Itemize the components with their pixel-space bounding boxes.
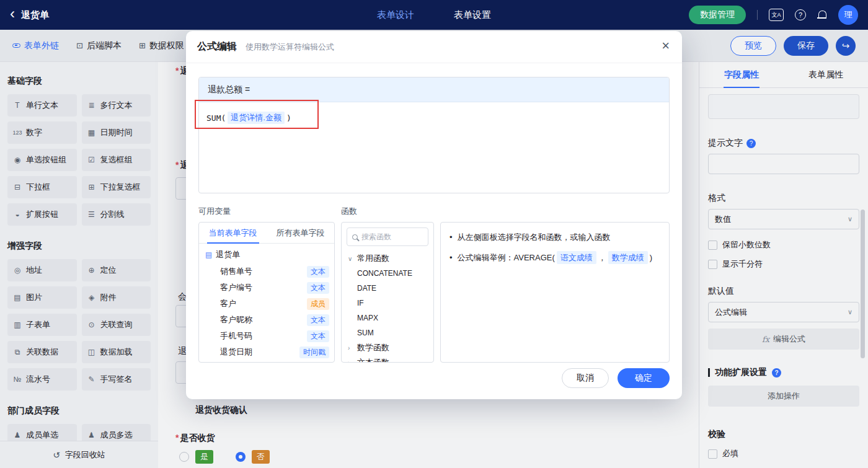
variable-row[interactable]: 销售单号文本 — [199, 263, 334, 280]
chevron-right-icon: › — [348, 360, 354, 363]
type-badge: 文本 — [307, 266, 329, 278]
type-badge: 成员 — [307, 298, 329, 310]
data-manage-button[interactable]: 数据管理 — [689, 6, 746, 24]
function-search-box — [347, 227, 428, 246]
formula-target-text: 退款总额 = — [208, 84, 250, 95]
help-text: 从左侧面板选择字段名和函数，或输入函数 — [458, 231, 611, 244]
root-label: 退货单 — [216, 249, 240, 260]
type-badge: 文本 — [307, 314, 329, 326]
function-item-sum[interactable]: SUM — [342, 325, 433, 340]
function-group-math[interactable]: ›数学函数 — [342, 340, 433, 355]
formula-editor[interactable]: 退款总额 = SUM( 退货详情.金额 ) — [198, 77, 670, 193]
help-line-1: • 从左侧面板选择字段名和函数，或输入函数 — [450, 231, 660, 244]
help-icon[interactable]: ? — [795, 9, 806, 20]
search-input[interactable] — [361, 232, 423, 241]
variable-name: 客户 — [220, 298, 236, 309]
functions-label: 函数 — [341, 206, 434, 217]
function-group-common[interactable]: ∨常用函数 — [342, 251, 433, 266]
functions-panel: ∨常用函数 CONCATENATE DATE IF MAPX SUM ›数学函数… — [341, 222, 434, 363]
modal-title: 公式编辑 — [197, 40, 237, 53]
modal-panels: 当前表单字段 所有表单字段 ▤退货单 销售单号文本 客户编号文本 客户成员 客户… — [198, 222, 670, 363]
variable-row[interactable]: 手机号码文本 — [199, 328, 334, 344]
notification-bell-icon[interactable] — [817, 10, 827, 20]
variable-name: 手机号码 — [220, 330, 252, 342]
variable-row[interactable]: 客户编号文本 — [199, 280, 334, 296]
tab-current-form-fields[interactable]: 当前表单字段 — [199, 223, 267, 243]
tab-all-form-fields[interactable]: 所有表单字段 — [267, 223, 334, 243]
formula-edit-modal: 公式编辑 使用数学运算符编辑公式 × 退款总额 = SUM( 退货详情.金额 )… — [186, 31, 682, 399]
formula-body[interactable]: SUM( 退货详情.金额 ) — [199, 102, 669, 133]
formula-function-text: SUM( — [206, 113, 226, 123]
bullet-icon: • — [450, 231, 453, 244]
modal-header: 公式编辑 使用数学运算符编辑公式 × — [186, 31, 682, 63]
variable-name: 客户编号 — [220, 282, 252, 293]
variable-row[interactable]: 客户昵称文本 — [199, 312, 334, 328]
tab-form-design[interactable]: 表单设计 — [377, 9, 414, 21]
help-line-2: • 公式编辑举例：AVERAGE( 语文成绩 ， 数学成绩 ) — [450, 251, 660, 265]
form-designer-screen: ‹ 退货单 表单设计 表单设置 数据管理 文A ? 理 表单外链 ⊡ 后端脚本 … — [0, 0, 868, 468]
tab-form-settings[interactable]: 表单设置 — [454, 9, 491, 21]
type-badge: 文本 — [307, 282, 329, 294]
help-example-prefix: 公式编辑举例：AVERAGE( — [458, 252, 555, 264]
help-example-suffix: ) — [650, 252, 652, 264]
function-item-date[interactable]: DATE — [342, 281, 433, 296]
scrollbar-thumb[interactable] — [861, 210, 865, 358]
example-field-token: 数学成绩 — [608, 251, 648, 265]
topbar-tabs: 表单设计 表单设置 — [377, 9, 491, 21]
variable-row[interactable]: 客户成员 — [199, 296, 334, 312]
variable-name: 退货日期 — [220, 347, 252, 358]
cancel-button[interactable]: 取消 — [562, 368, 609, 388]
formula-target-row: 退款总额 = — [199, 77, 669, 102]
chevron-expanded-icon: ∨ — [348, 255, 354, 262]
variable-name: 销售单号 — [220, 266, 252, 277]
function-item-mapx[interactable]: MAPX — [342, 311, 433, 325]
variable-row[interactable]: 退货日期时间戳 — [199, 344, 334, 360]
formula-close-paren: ) — [286, 113, 291, 123]
translate-icon[interactable]: 文A — [769, 9, 784, 21]
group-label: 常用函数 — [357, 253, 389, 264]
help-panel: • 从左侧面板选择字段名和函数，或输入函数 • 公式编辑举例：AVERAGE( … — [440, 222, 670, 363]
modal-subtitle: 使用数学运算符编辑公式 — [246, 42, 334, 53]
formula-field-token[interactable]: 退货详情.金额 — [228, 112, 285, 124]
variables-panel: 当前表单字段 所有表单字段 ▤退货单 销售单号文本 客户编号文本 客户成员 客户… — [198, 222, 335, 363]
variables-tabs: 当前表单字段 所有表单字段 — [199, 223, 334, 244]
example-field-token: 语文成绩 — [557, 251, 596, 265]
function-group-text[interactable]: ›文本函数 — [342, 355, 433, 363]
close-icon[interactable]: × — [662, 39, 670, 53]
function-item-if[interactable]: IF — [342, 296, 433, 311]
variables-label: 可用变量 — [198, 206, 335, 217]
avatar[interactable]: 理 — [838, 5, 858, 25]
topbar-separator — [757, 10, 758, 20]
form-title: 退货单 — [21, 9, 49, 21]
panel-labels: 可用变量 函数 — [198, 206, 670, 217]
modal-footer: 取消 确定 — [562, 368, 670, 388]
type-badge: 时间戳 — [299, 347, 329, 358]
document-icon: ▤ — [205, 250, 212, 259]
bullet-icon: • — [450, 252, 453, 264]
type-badge: 文本 — [307, 330, 329, 342]
group-label: 数学函数 — [357, 342, 389, 353]
confirm-button[interactable]: 确定 — [618, 368, 670, 388]
variable-name: 客户昵称 — [220, 314, 252, 325]
search-icon — [352, 234, 358, 240]
topbar: ‹ 退货单 表单设计 表单设置 数据管理 文A ? 理 — [0, 0, 868, 30]
help-comma: ， — [598, 252, 606, 264]
group-label: 文本函数 — [357, 357, 389, 363]
function-item-concatenate[interactable]: CONCATENATE — [342, 266, 433, 281]
variables-tree-root[interactable]: ▤退货单 — [199, 246, 334, 263]
back-icon[interactable]: ‹ — [10, 6, 15, 21]
chevron-right-icon: › — [348, 345, 354, 351]
